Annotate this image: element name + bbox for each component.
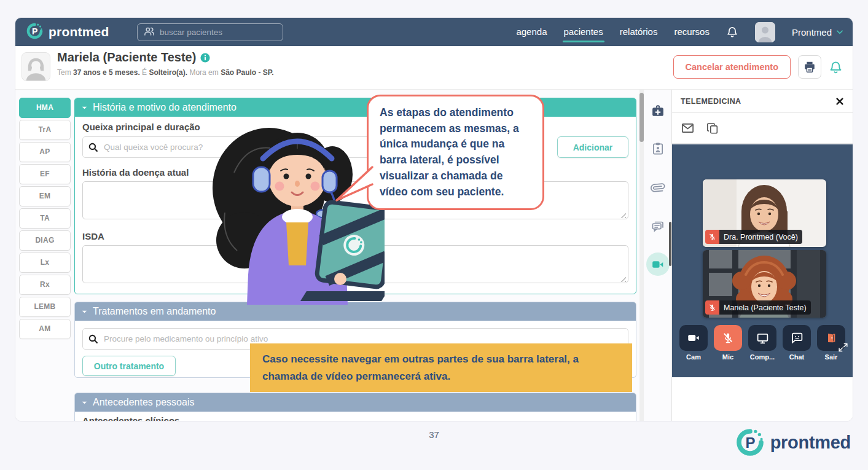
user-menu[interactable]: Prontmed bbox=[792, 27, 844, 37]
nav-item-agenda[interactable]: agenda bbox=[516, 18, 547, 46]
patient-name-row: Mariela (Paciente Teste) bbox=[57, 50, 210, 65]
highlight-note: Caso necessite navegar em outras partes … bbox=[250, 343, 632, 392]
email-icon[interactable] bbox=[681, 121, 695, 135]
mic-button[interactable]: Mic bbox=[714, 325, 742, 361]
section-antecedentes-header[interactable]: Antecedentes pessoais bbox=[75, 393, 636, 412]
medical-bag-icon[interactable] bbox=[650, 103, 665, 119]
attachment-icon[interactable] bbox=[651, 181, 665, 195]
mascot-illustration bbox=[200, 114, 385, 307]
video-label: Mariela (Paciente Teste) bbox=[705, 300, 811, 315]
tab-tra[interactable]: TrA bbox=[19, 120, 71, 140]
outro-tratamento-button[interactable]: Outro tratamento bbox=[82, 356, 176, 376]
record-tabs: HMA TrA AP EF EM TA DIAG Lx Rx LEMB AM bbox=[19, 98, 71, 341]
brand-name: prontmed bbox=[49, 25, 109, 39]
svg-text:P: P bbox=[32, 26, 37, 36]
telemedicine-header: TELEMEDICINA bbox=[672, 90, 853, 113]
user-name: Prontmed bbox=[792, 27, 832, 37]
video-tile-patient[interactable]: Mariela (Paciente Teste) bbox=[703, 250, 826, 318]
prontmed-logo-icon: P bbox=[26, 23, 43, 42]
patient-header: Mariela (Paciente Teste) Tem 37 anos e 5… bbox=[15, 46, 853, 90]
adicionar-button[interactable]: Adicionar bbox=[557, 136, 628, 158]
user-avatar[interactable] bbox=[755, 22, 775, 42]
patient-avatar bbox=[22, 52, 50, 81]
patient-clipboard-icon[interactable] bbox=[651, 141, 665, 155]
bell-icon[interactable] bbox=[726, 26, 738, 38]
notifications-bell-icon[interactable] bbox=[829, 60, 843, 74]
expand-icon[interactable] bbox=[838, 342, 848, 353]
mic-muted-icon bbox=[722, 332, 734, 344]
svg-text:P: P bbox=[745, 434, 755, 451]
telemedicine-title: TELEMEDICINA bbox=[681, 97, 741, 106]
video-call-icon[interactable] bbox=[646, 253, 670, 276]
nav-item-relatorios[interactable]: relatórios bbox=[620, 18, 658, 46]
mic-muted-icon bbox=[705, 300, 719, 315]
antecedentes-clinicos-label: Antecedentes clínicos bbox=[82, 415, 636, 421]
cancel-appointment-button[interactable]: Cancelar atendimento bbox=[673, 55, 791, 79]
call-controls: Cam Mic bbox=[672, 325, 853, 361]
participant-name: Dra. Prontmed (Você) bbox=[719, 230, 802, 244]
sidebar-icon-rail bbox=[644, 90, 671, 421]
telemedicine-toolbar bbox=[672, 113, 853, 144]
tab-lemb[interactable]: LEMB bbox=[19, 297, 71, 317]
close-icon[interactable] bbox=[835, 97, 844, 106]
video-tile-doctor[interactable]: Dra. Prontmed (Você) bbox=[703, 179, 826, 247]
speech-bubble-tail bbox=[333, 165, 375, 205]
telemedicine-panel: TELEMEDICINA bbox=[671, 90, 853, 421]
footer-brand-name: prontmed bbox=[770, 433, 851, 453]
tab-am[interactable]: AM bbox=[19, 319, 71, 339]
chat-button[interactable]: Chat bbox=[783, 325, 811, 361]
tab-ap[interactable]: AP bbox=[19, 142, 71, 162]
top-navbar: P prontmed agenda pacientes relatórios bbox=[15, 18, 853, 46]
users-icon bbox=[144, 26, 155, 39]
participant-name: Mariela (Paciente Teste) bbox=[719, 300, 811, 315]
tab-ef[interactable]: EF bbox=[19, 164, 71, 184]
patient-search[interactable] bbox=[137, 23, 283, 41]
chat-smiley-icon bbox=[791, 332, 803, 345]
exit-door-icon bbox=[825, 332, 837, 344]
scrollbar-thumb[interactable] bbox=[639, 93, 644, 142]
patient-header-actions: Cancelar atendimento bbox=[673, 55, 843, 79]
monitor-icon bbox=[756, 332, 769, 345]
tab-lx[interactable]: Lx bbox=[19, 253, 71, 273]
patient-name: Mariela (Paciente Teste) bbox=[57, 50, 196, 65]
collapse-caret-icon bbox=[81, 308, 88, 315]
nav-item-pacientes[interactable]: pacientes bbox=[564, 18, 603, 46]
page: P prontmed agenda pacientes relatórios bbox=[0, 0, 868, 470]
collapse-caret-icon bbox=[81, 399, 88, 406]
copy-link-icon[interactable] bbox=[706, 122, 719, 135]
nav-item-recursos[interactable]: recursos bbox=[674, 18, 710, 46]
share-screen-button[interactable]: Comp... bbox=[748, 325, 776, 361]
prontmed-logo-icon: P bbox=[736, 428, 764, 456]
navbar-links: agenda pacientes relatórios recursos Pro… bbox=[516, 18, 853, 46]
tab-rx[interactable]: Rx bbox=[19, 275, 71, 295]
speech-bubble: As etapas do atendimento permanecem as m… bbox=[367, 95, 544, 210]
tab-em[interactable]: EM bbox=[19, 186, 71, 206]
camera-icon bbox=[687, 331, 700, 345]
content-scrollbar[interactable] bbox=[639, 90, 644, 421]
video-label: Dra. Prontmed (Você) bbox=[705, 230, 802, 244]
comments-icon[interactable] bbox=[651, 219, 665, 233]
print-button[interactable] bbox=[798, 55, 821, 79]
camera-button[interactable]: Cam bbox=[679, 325, 708, 361]
collapse-caret-icon bbox=[81, 104, 88, 111]
tab-ta[interactable]: TA bbox=[19, 208, 71, 229]
search-icon bbox=[88, 142, 98, 155]
tab-hma[interactable]: HMA bbox=[19, 98, 71, 118]
mic-muted-icon bbox=[705, 230, 719, 244]
section-antecedentes: Antecedentes pessoais Antecedentes clíni… bbox=[74, 393, 636, 421]
chevron-down-icon bbox=[835, 28, 844, 36]
search-input[interactable] bbox=[160, 28, 276, 37]
prontmed-logo[interactable]: P prontmed bbox=[26, 23, 109, 42]
tab-diag[interactable]: DIAG bbox=[19, 230, 71, 251]
printer-icon bbox=[803, 60, 816, 74]
patient-subtitle: Tem 37 anos e 5 meses. É Solteiro(a). Mo… bbox=[57, 68, 274, 77]
video-call-area: Dra. Prontmed (Você) bbox=[672, 144, 853, 377]
footer-logo: P prontmed bbox=[736, 428, 851, 456]
search-icon bbox=[88, 334, 98, 347]
info-icon[interactable] bbox=[200, 53, 210, 63]
